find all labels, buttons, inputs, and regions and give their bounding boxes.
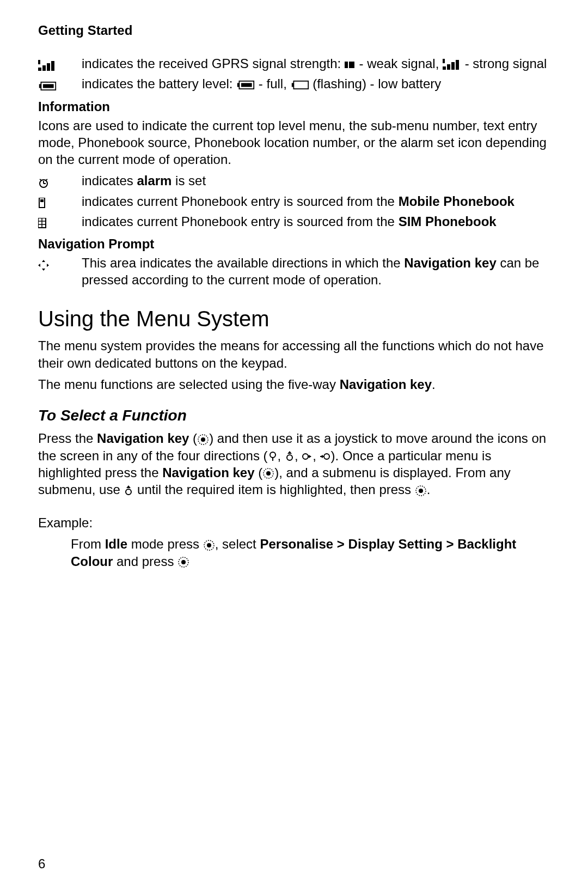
nav-center-icon-4 [203, 539, 215, 551]
sb-t7: until the required item is highlighted, … [133, 482, 414, 497]
sim-pb-bold: SIM Phonebook [399, 214, 497, 229]
battery-full-icon [38, 81, 57, 91]
sb-navkey2: Navigation key [162, 465, 254, 480]
nav-diamond-icon [38, 260, 49, 271]
example-label: Example: [38, 514, 550, 531]
nav-center-icon [197, 434, 209, 446]
information-heading: Information [38, 98, 550, 115]
alarm-post: is set [171, 173, 206, 188]
sb-t5: ( [255, 465, 263, 480]
battery-empty-icon [291, 80, 309, 90]
information-body: Icons are used to indicate the current t… [38, 117, 550, 168]
menu-system-heading: Using the Menu System [38, 305, 550, 333]
mobile-icon [38, 198, 47, 209]
alarm-icon [38, 178, 49, 188]
sb-t8: . [427, 482, 431, 497]
select-function-heading: To Select a Function [38, 406, 550, 425]
alarm-pre: indicates [82, 173, 137, 188]
nav-center-icon-2 [262, 467, 274, 479]
gprs-text-prefix: indicates the received GPRS signal stren… [82, 56, 345, 71]
sb-t2: ( [189, 431, 197, 446]
ex-t2: mode press [127, 537, 203, 551]
sb-c1: , [278, 448, 285, 463]
nav-body-bold: Navigation key [404, 255, 496, 270]
alarm-bold: alarm [137, 173, 171, 188]
ex-t3: , select [215, 537, 260, 551]
menu-p2: The menu functions are selected using th… [38, 376, 550, 393]
mobile-pb-row: indicates current Phonebook entry is sou… [38, 193, 550, 211]
gprs-text-strong: - strong signal [461, 56, 547, 71]
battery-full-inline-icon [236, 80, 255, 90]
menu-p2-post: . [432, 377, 436, 392]
ex-t4: and press [113, 554, 177, 569]
sim-pb-pre: indicates current Phonebook entry is sou… [82, 214, 399, 229]
mobile-pb-pre: indicates current Phonebook entry is sou… [82, 194, 399, 209]
battery-text-prefix: indicates the battery level: [82, 76, 236, 91]
battery-text-full: - full, [255, 76, 290, 91]
battery-text-low: (flashing) - low battery [309, 76, 442, 91]
nav-up-icon-2 [124, 485, 133, 496]
nav-down-icon [268, 451, 278, 462]
select-function-body: Press the Navigation key () and then use… [38, 430, 550, 498]
nav-prompt-heading: Navigation Prompt [38, 235, 550, 252]
nav-center-icon-3 [415, 485, 427, 497]
nav-right-icon [302, 452, 313, 461]
gprs-text-weak: - weak signal, [356, 56, 443, 71]
signal-strong-inline-icon [443, 59, 461, 71]
sim-icon [38, 218, 47, 229]
nav-left-icon [320, 452, 331, 461]
battery-row: indicates the battery level: - full, (fl… [38, 75, 550, 93]
nav-center-icon-5 [177, 556, 189, 568]
sb-navkey1: Navigation key [97, 431, 189, 446]
page-header: Getting Started [38, 22, 550, 39]
ex-t1: From [71, 537, 105, 551]
gprs-row: indicates the received GPRS signal stren… [38, 55, 550, 73]
sb-c2: , [295, 448, 302, 463]
sim-pb-row: indicates current Phonebook entry is sou… [38, 213, 550, 231]
menu-p1: The menu system provides the means for a… [38, 337, 550, 371]
sb-t1: Press the [38, 431, 97, 446]
signal-strong-icon [38, 60, 57, 72]
signal-weak-icon [345, 60, 356, 69]
mobile-pb-bold: Mobile Phonebook [399, 194, 514, 209]
menu-p2-bold: Navigation key [340, 377, 432, 392]
nav-up-icon [285, 451, 295, 462]
ex-idle: Idle [105, 537, 127, 551]
sb-c3: , [313, 448, 320, 463]
menu-p2-pre: The menu functions are selected using th… [38, 377, 340, 392]
example-body: From Idle mode press , select Personalis… [71, 535, 550, 569]
nav-body-pre: This area indicates the available direct… [82, 255, 404, 270]
alarm-row: indicates alarm is set [38, 172, 550, 190]
nav-prompt-row: This area indicates the available direct… [38, 254, 550, 288]
